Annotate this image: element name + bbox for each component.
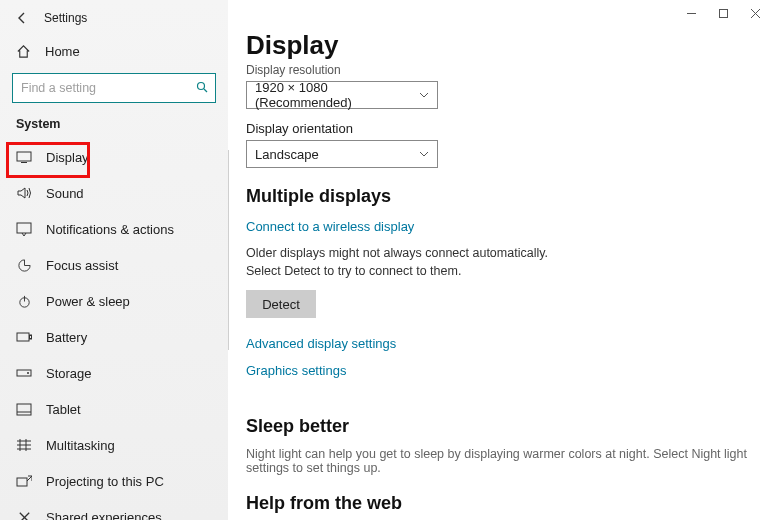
svg-rect-2 [17, 152, 31, 161]
sleep-better-sub: Night light can help you get to sleep by… [246, 447, 756, 475]
nav-sound[interactable]: Sound [0, 175, 228, 211]
wireless-display-link[interactable]: Connect to a wireless display [246, 219, 414, 234]
shared-icon [16, 509, 32, 520]
nav-display[interactable]: Display [0, 139, 228, 175]
nav-item-label: Power & sleep [46, 294, 130, 309]
projecting-icon [16, 473, 32, 489]
page-title: Display [246, 30, 756, 61]
svg-rect-11 [17, 404, 31, 415]
window-controls [684, 6, 762, 20]
nav-multitasking[interactable]: Multitasking [0, 427, 228, 463]
svg-point-10 [27, 372, 29, 374]
graphics-settings-link[interactable]: Graphics settings [246, 363, 346, 378]
svg-rect-8 [30, 335, 32, 339]
close-button[interactable] [748, 6, 762, 20]
nav-battery[interactable]: Battery [0, 319, 228, 355]
svg-rect-23 [719, 9, 727, 17]
multitasking-icon [16, 437, 32, 453]
nav-item-label: Notifications & actions [46, 222, 174, 237]
nav-item-label: Display [46, 150, 89, 165]
nav-item-label: Tablet [46, 402, 81, 417]
nav-item-label: Shared experiences [46, 510, 162, 521]
display-icon [16, 149, 32, 165]
divider [228, 150, 229, 350]
svg-rect-4 [17, 223, 31, 233]
search-icon [196, 81, 208, 93]
topbar: Settings [0, 10, 228, 36]
nav-item-label: Battery [46, 330, 87, 345]
resolution-label: Display resolution [246, 63, 756, 77]
resolution-value: 1920 × 1080 (Recommended) [255, 80, 419, 110]
nav-storage[interactable]: Storage [0, 355, 228, 391]
svg-point-0 [198, 83, 205, 90]
focus-icon [16, 257, 32, 273]
storage-icon [16, 365, 32, 381]
nav-tablet[interactable]: Tablet [0, 391, 228, 427]
chevron-down-icon [419, 92, 429, 98]
detect-helper: Older displays might not always connect … [246, 244, 566, 280]
tablet-icon [16, 401, 32, 417]
nav-item-label: Projecting to this PC [46, 474, 164, 489]
svg-line-19 [27, 476, 32, 481]
minimize-button[interactable] [684, 6, 698, 20]
help-heading: Help from the web [246, 493, 756, 514]
sound-icon [16, 185, 32, 201]
chevron-down-icon [419, 151, 429, 157]
nav-item-label: Focus assist [46, 258, 118, 273]
detect-button[interactable]: Detect [246, 290, 316, 318]
notifications-icon [16, 221, 32, 237]
nav: Display Sound Notifications & actions Fo… [0, 139, 228, 520]
nav-item-label: Multitasking [46, 438, 115, 453]
search-input[interactable] [12, 73, 216, 103]
back-button[interactable] [14, 10, 30, 26]
sleep-better-heading: Sleep better [246, 416, 756, 437]
orientation-dropdown[interactable]: Landscape [246, 140, 438, 168]
nav-focus[interactable]: Focus assist [0, 247, 228, 283]
nav-notifications[interactable]: Notifications & actions [0, 211, 228, 247]
sidebar: Settings Home System Display Sound Notif… [0, 0, 228, 520]
nav-projecting[interactable]: Projecting to this PC [0, 463, 228, 499]
svg-rect-18 [17, 478, 27, 486]
content: Display Display resolution 1920 × 1080 (… [228, 0, 768, 520]
maximize-button[interactable] [716, 6, 730, 20]
multiple-displays-heading: Multiple displays [246, 186, 756, 207]
nav-item-label: Storage [46, 366, 92, 381]
main: Display Display resolution 1920 × 1080 (… [228, 0, 768, 520]
svg-line-1 [204, 89, 207, 92]
nav-power[interactable]: Power & sleep [0, 283, 228, 319]
orientation-label: Display orientation [246, 121, 756, 136]
nav-item-label: Sound [46, 186, 84, 201]
power-icon [16, 293, 32, 309]
orientation-value: Landscape [255, 147, 319, 162]
search-wrap [12, 73, 216, 103]
home-label: Home [45, 44, 80, 59]
resolution-dropdown[interactable]: 1920 × 1080 (Recommended) [246, 81, 438, 109]
nav-shared[interactable]: Shared experiences [0, 499, 228, 520]
category-label: System [0, 117, 228, 139]
app-title: Settings [44, 11, 87, 25]
advanced-display-link[interactable]: Advanced display settings [246, 336, 396, 351]
battery-icon [16, 329, 32, 345]
svg-rect-7 [17, 333, 29, 341]
home-button[interactable]: Home [0, 36, 228, 67]
home-icon [16, 44, 31, 59]
